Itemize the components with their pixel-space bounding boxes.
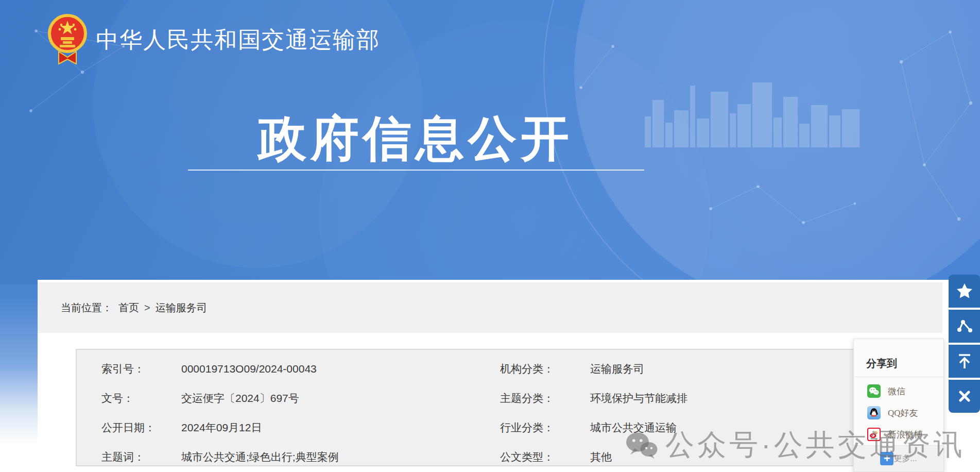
field-value: 城市公共交通;绿色出行;典型案例 <box>181 450 339 464</box>
national-emblem-logo <box>47 12 88 68</box>
page-title: 政府信息公开 <box>185 106 646 172</box>
share-panel-title: 分享到 <box>854 339 943 377</box>
breadcrumb-home-link[interactable]: 首页 <box>118 301 139 315</box>
share-button[interactable] <box>949 310 980 343</box>
page: 中华人民共和国交通运输部 政府信息公开 当前位置： 首页 > 运输服务司 索引号… <box>0 0 980 472</box>
metadata-cell: 公开日期： 2024年09月12日 <box>77 420 489 435</box>
breadcrumb-current: 运输服务司 <box>156 301 207 315</box>
table-row: 索引号： 000019713O09/2024-00043 机构分类： 运输服务司 <box>77 354 902 383</box>
table-row: 公开日期： 2024年09月12日 行业分类： 城市公共交通运输 <box>77 413 902 442</box>
metadata-cell: 机构分类： 运输服务司 <box>489 362 902 376</box>
field-value: 城市公共交通运输 <box>590 420 677 435</box>
share-item-more[interactable]: + 更多... <box>854 445 943 471</box>
field-label: 主题词： <box>101 450 181 464</box>
star-icon <box>955 282 974 300</box>
share-nodes-icon <box>955 317 974 335</box>
favorite-button[interactable] <box>949 275 980 308</box>
share-item-qq[interactable]: QQ好友 <box>854 402 943 424</box>
metadata-cell: 公文类型： 其他 <box>489 450 902 464</box>
metadata-cell: 文号： 交运便字〔2024〕697号 <box>77 391 489 406</box>
content-wrapper: 当前位置： 首页 > 运输服务司 索引号： 000019713O09/2024-… <box>38 280 980 472</box>
field-label: 机构分类： <box>500 362 590 376</box>
qq-icon <box>867 406 881 419</box>
breadcrumb-label: 当前位置： <box>61 301 112 315</box>
field-label: 主题分类： <box>500 391 590 406</box>
field-value: 环境保护与节能减排 <box>590 391 687 406</box>
metadata-cell: 索引号： 000019713O09/2024-00043 <box>77 362 489 376</box>
metadata-cell: 主题词： 城市公共交通;绿色出行;典型案例 <box>77 450 489 464</box>
field-value: 2024年09月12日 <box>181 420 262 435</box>
table-row: 文号： 交运便字〔2024〕697号 主题分类： 环境保护与节能减排 <box>77 383 902 413</box>
field-label: 公开日期： <box>101 420 181 435</box>
back-to-top-button[interactable] <box>949 345 980 378</box>
metadata-cell: 行业分类： 城市公共交通运输 <box>489 420 902 435</box>
field-value: 运输服务司 <box>590 362 644 376</box>
wechat-icon <box>867 384 881 398</box>
share-item-label: QQ好友 <box>888 407 918 419</box>
share-item-label: 新浪微博 <box>888 429 923 441</box>
share-item-label: 更多... <box>893 453 917 464</box>
weibo-icon <box>867 428 881 441</box>
share-item-label: 微信 <box>888 385 905 397</box>
field-value: 其他 <box>590 450 612 464</box>
more-plus-icon: + <box>880 452 893 465</box>
field-label: 公文类型： <box>500 450 590 464</box>
share-item-weibo[interactable]: 新浪微博 <box>854 424 943 445</box>
document-metadata-card: 索引号： 000019713O09/2024-00043 机构分类： 运输服务司… <box>76 349 903 466</box>
breadcrumb: 当前位置： 首页 > 运输服务司 <box>38 282 942 333</box>
city-skyline-decor <box>645 82 887 147</box>
field-label: 索引号： <box>101 362 181 376</box>
field-label: 文号： <box>101 391 181 406</box>
breadcrumb-separator: > <box>144 302 150 314</box>
back-to-top-icon <box>955 352 974 370</box>
title-underline <box>188 170 644 171</box>
share-panel: 分享到 微信 <box>853 339 944 472</box>
field-value: 交运便字〔2024〕697号 <box>181 391 299 406</box>
close-icon <box>957 389 972 404</box>
field-value: 000019713O09/2024-00043 <box>181 363 317 375</box>
close-button[interactable] <box>949 380 980 413</box>
site-title: 中华人民共和国交通运输部 <box>96 25 380 55</box>
metadata-cell: 主题分类： 环境保护与节能减排 <box>489 391 902 406</box>
field-label: 行业分类： <box>500 420 590 435</box>
side-toolbar <box>949 275 980 413</box>
header-banner: 中华人民共和国交通运输部 政府信息公开 <box>0 0 980 284</box>
table-row: 主题词： 城市公共交通;绿色出行;典型案例 公文类型： 其他 <box>77 442 902 471</box>
share-item-wechat[interactable]: 微信 <box>854 380 943 402</box>
